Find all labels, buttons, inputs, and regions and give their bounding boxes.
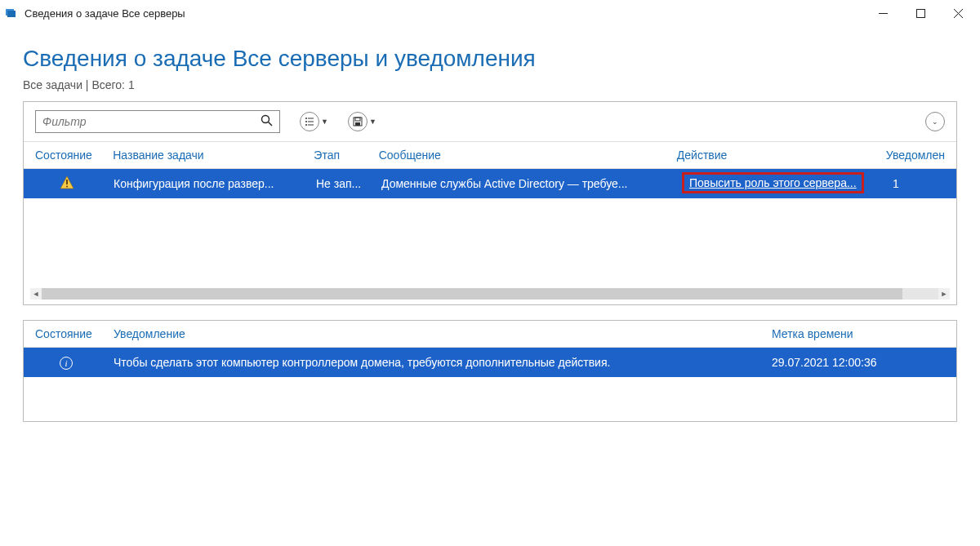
disk-icon: [348, 112, 368, 131]
chevron-down-icon: ▼: [321, 118, 328, 126]
scroll-left-icon[interactable]: ◄: [30, 288, 42, 300]
col-state[interactable]: Состояние: [35, 149, 113, 162]
cell-state: [35, 175, 114, 193]
col2-notification[interactable]: Уведомление: [114, 327, 772, 340]
notif-column-headers: Состояние Уведомление Метка времени: [24, 321, 956, 348]
svg-point-19: [66, 185, 68, 187]
content-area: Сведения о задаче Все серверы и уведомле…: [0, 26, 980, 422]
svg-point-10: [305, 121, 307, 122]
tasks-grid-body: ◄ ►: [24, 198, 956, 304]
info-icon: i: [60, 357, 73, 370]
chevron-down-icon: ⌄: [932, 118, 938, 126]
view-dropdown[interactable]: ▼: [300, 112, 328, 131]
maximize-button[interactable]: [902, 0, 939, 26]
svg-rect-15: [355, 118, 360, 121]
cell2-notification: Чтобы сделать этот компьютер контроллеро…: [114, 356, 772, 369]
cell2-timestamp: 29.07.2021 12:00:36: [772, 356, 945, 369]
col-stage[interactable]: Этап: [314, 149, 378, 162]
svg-point-12: [305, 124, 307, 126]
action-highlight: Повысить роль этого сервера...: [682, 172, 864, 193]
app-icon: [3, 5, 20, 21]
list-icon: [300, 112, 319, 131]
window-controls: [864, 0, 977, 26]
notif-grid-body: [24, 377, 956, 421]
svg-line-7: [269, 122, 273, 127]
scroll-thumb[interactable]: [42, 288, 902, 300]
cell-stage: Не зап...: [316, 177, 381, 190]
svg-rect-16: [355, 122, 360, 126]
col2-timestamp[interactable]: Метка времени: [772, 327, 945, 340]
svg-rect-1: [7, 11, 16, 17]
cell2-state: i: [35, 356, 114, 370]
close-button[interactable]: [939, 0, 977, 26]
search-icon[interactable]: [261, 114, 273, 129]
save-dropdown[interactable]: ▼: [348, 112, 376, 131]
task-row[interactable]: Конфигурация после развер... Не зап... Д…: [24, 169, 956, 198]
promote-server-link[interactable]: Повысить роль этого сервера...: [689, 176, 857, 189]
col-notifications[interactable]: Уведомлен: [886, 149, 945, 162]
notification-row[interactable]: i Чтобы сделать этот компьютер контролле…: [24, 348, 956, 377]
tasks-panel: ▼ ▼ ⌄ Состояние Название задачи Эт: [23, 101, 957, 305]
scroll-right-icon[interactable]: ►: [938, 288, 950, 300]
page-subtitle: Все задачи | Всего: 1: [23, 78, 957, 91]
horizontal-scrollbar[interactable]: ◄ ►: [30, 288, 950, 300]
toolbar: ▼ ▼ ⌄: [24, 102, 956, 141]
col-message[interactable]: Сообщение: [379, 149, 677, 162]
svg-point-6: [262, 116, 270, 123]
task-column-headers: Состояние Название задачи Этап Сообщение…: [24, 141, 956, 169]
scroll-track[interactable]: [42, 288, 938, 300]
expand-button[interactable]: ⌄: [925, 112, 945, 131]
col-action[interactable]: Действие: [677, 149, 886, 162]
cell-task: Конфигурация после развер...: [114, 177, 316, 190]
filter-input[interactable]: [42, 115, 261, 128]
page-title: Сведения о задаче Все серверы и уведомле…: [23, 46, 957, 72]
col2-state[interactable]: Состояние: [35, 327, 114, 340]
minimize-button[interactable]: [864, 0, 902, 26]
svg-rect-3: [916, 9, 924, 17]
cell-message: Доменные службы Active Directory — требу…: [381, 177, 682, 190]
chevron-down-icon: ▼: [369, 118, 376, 126]
cell-action: Повысить роль этого сервера...: [682, 172, 893, 196]
col-task[interactable]: Название задачи: [113, 149, 314, 162]
svg-point-8: [305, 118, 307, 119]
cell-notif-count: 1: [893, 177, 945, 190]
notifications-panel: Состояние Уведомление Метка времени i Чт…: [23, 320, 957, 422]
titlebar: Сведения о задаче Все серверы: [0, 0, 980, 26]
window-title: Сведения о задаче Все серверы: [24, 7, 864, 20]
warning-icon: [60, 175, 74, 190]
filter-box[interactable]: [35, 110, 280, 133]
